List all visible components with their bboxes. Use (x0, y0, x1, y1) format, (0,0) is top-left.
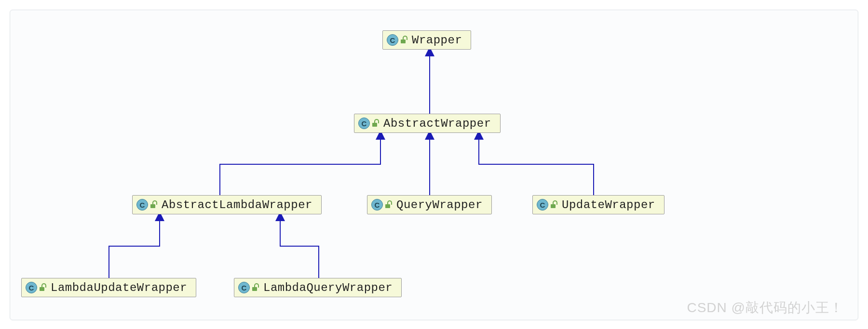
class-label: AbstractWrapper (383, 117, 491, 130)
class-icon: C (238, 282, 250, 293)
hierarchy-arrows (10, 10, 858, 320)
class-node-wrapper[interactable]: C Wrapper (382, 30, 471, 50)
unlock-icon (39, 284, 46, 291)
class-label: LambdaUpdateWrapper (51, 281, 187, 294)
class-icon: C (387, 34, 398, 46)
class-icon: C (358, 118, 370, 129)
class-label: LambdaQueryWrapper (263, 281, 393, 294)
class-node-lambdaquerywrapper[interactable]: C LambdaQueryWrapper (234, 278, 402, 297)
class-icon: C (136, 199, 148, 211)
class-label: QueryWrapper (396, 198, 483, 211)
unlock-icon (372, 120, 379, 127)
class-label: AbstractLambdaWrapper (162, 198, 312, 211)
class-icon: C (26, 282, 37, 293)
class-node-querywrapper[interactable]: C QueryWrapper (367, 195, 492, 214)
class-node-abstractwrapper[interactable]: C AbstractWrapper (354, 114, 501, 133)
class-icon: C (537, 199, 548, 211)
class-label: Wrapper (412, 34, 462, 47)
diagram-canvas: C Wrapper C AbstractWrapper C AbstractLa… (10, 10, 858, 320)
unlock-icon (150, 201, 157, 208)
unlock-icon (385, 201, 392, 208)
watermark-text: CSDN @敲代码的小王！ (687, 299, 843, 317)
class-icon: C (371, 199, 383, 211)
class-node-abstractlambdawrapper[interactable]: C AbstractLambdaWrapper (132, 195, 322, 214)
class-node-updatewrapper[interactable]: C UpdateWrapper (532, 195, 665, 214)
class-label: UpdateWrapper (562, 198, 655, 211)
class-node-lambdaupdatewrapper[interactable]: C LambdaUpdateWrapper (21, 278, 196, 297)
unlock-icon (550, 201, 557, 208)
unlock-icon (252, 284, 258, 291)
unlock-icon (400, 37, 407, 43)
